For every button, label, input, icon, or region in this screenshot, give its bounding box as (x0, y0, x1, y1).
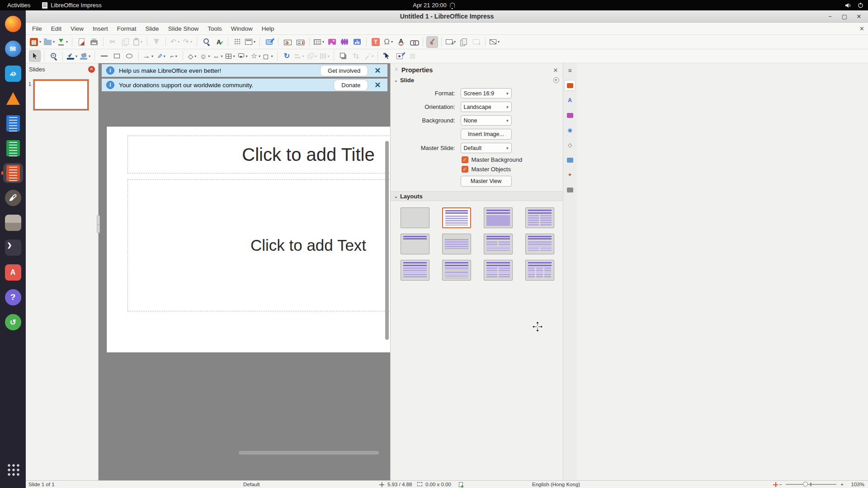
open-button[interactable]: ▾ (43, 36, 56, 48)
dock-item-firefox[interactable] (3, 14, 23, 34)
start-from-first-slide-button[interactable] (282, 36, 293, 48)
zoom-in-icon[interactable]: + (840, 482, 844, 487)
dock-item-gimp[interactable]: 🖌︎ (3, 188, 23, 208)
layout-title-content-alt[interactable] (484, 207, 513, 228)
insert-table-button[interactable]: ▾ (313, 36, 325, 48)
menu-tools[interactable]: Tools (203, 23, 226, 34)
dock-item-libreoffice-impress[interactable] (3, 163, 23, 183)
volume-icon[interactable] (845, 2, 851, 9)
sidebar-tab-styles[interactable]: A (564, 95, 576, 106)
connectors-button[interactable]: ⌐▾ (168, 50, 179, 62)
find-replace-button[interactable] (200, 36, 212, 48)
insert-textbox-button[interactable]: T (370, 36, 382, 48)
dock-item-vscode[interactable]: ⌮ (3, 64, 23, 84)
slide-layout-button[interactable]: ▾ (489, 36, 500, 48)
show-draw-functions-button[interactable] (426, 36, 438, 48)
spelling-button[interactable]: A✓ (213, 36, 225, 48)
menu-format[interactable]: Format (113, 23, 141, 34)
background-dropdown[interactable]: None▾ (461, 115, 512, 126)
layout-title-four-content[interactable] (484, 260, 513, 281)
dock-item-terminal[interactable]: ❯ (3, 238, 23, 258)
dock-item-software-updater[interactable]: ↺ (3, 312, 23, 332)
layout-title-three-rows[interactable] (442, 260, 471, 281)
basic-shapes-button[interactable]: ◇▾ (186, 50, 198, 62)
block-arrows-button[interactable]: ⇔▾ (212, 50, 223, 62)
menu-slide[interactable]: Slide (141, 23, 164, 34)
language-status[interactable]: English (Hong Kong) (532, 482, 580, 487)
menu-edit[interactable]: Edit (47, 23, 66, 34)
save-button[interactable]: ▾ (57, 36, 69, 48)
dock-item-libreoffice-writer[interactable] (3, 113, 23, 133)
horizontal-scrollbar[interactable] (239, 451, 379, 455)
notification-close-icon[interactable]: ✕ (374, 66, 381, 75)
callout-shapes-button[interactable]: ▾ (237, 50, 249, 62)
layouts-section-header[interactable]: ⌄ Layouts (391, 191, 563, 201)
format-dropdown[interactable]: Screen 16:9▾ (461, 88, 512, 99)
3d-objects-button[interactable]: ▾ (262, 50, 274, 62)
shadow-button[interactable] (337, 50, 349, 62)
minimize-icon[interactable]: − (826, 13, 834, 20)
new-slide-button[interactable]: ▾ (445, 36, 457, 48)
symbol-shapes-button[interactable]: ☺▾ (199, 50, 211, 62)
insert-comment-button[interactable] (263, 36, 275, 48)
zoom-slider-knob[interactable] (803, 482, 808, 487)
orientation-dropdown[interactable]: Landscape▾ (461, 102, 512, 112)
insert-media-button[interactable] (339, 36, 350, 48)
menu-slide-show[interactable]: Slide Show (164, 23, 203, 34)
zoom-percent[interactable]: 103% (851, 482, 864, 487)
zoom-out-icon[interactable]: − (779, 482, 782, 487)
zoom-slider[interactable] (786, 484, 836, 485)
fontwork-button[interactable]: A (395, 36, 407, 48)
donate-button[interactable]: Donate (334, 80, 368, 91)
flowchart-button[interactable]: ▾ (224, 50, 236, 62)
panel-splitter-handle[interactable]: ‹ (97, 215, 100, 233)
rectangle-button[interactable] (111, 50, 123, 62)
rotate-button[interactable]: ↻ (281, 50, 292, 62)
hyperlink-button[interactable] (408, 36, 420, 48)
notification-close-icon[interactable]: ✕ (374, 80, 381, 90)
master-slide-dropdown[interactable]: Default▾ (461, 143, 512, 153)
layout-title-only[interactable] (401, 234, 429, 254)
checkbox-master-background[interactable]: ✓ (462, 156, 468, 163)
insert-line-button[interactable] (98, 50, 110, 62)
sidebar-tab-sidebar-menu[interactable]: ≡ (564, 65, 576, 76)
focused-app-menu[interactable]: LibreOffice Impress (42, 2, 101, 9)
menu-help[interactable]: Help (257, 23, 279, 34)
dock-item-libreoffice-calc[interactable] (3, 138, 23, 158)
dock-item-help[interactable]: ? (3, 287, 23, 307)
insert-chart-button[interactable] (351, 36, 363, 48)
checkbox-master-objects[interactable]: ✓ (462, 166, 468, 173)
lines-and-arrows-button[interactable]: →▾ (142, 50, 154, 62)
fill-color-button[interactable]: ▾ (79, 50, 91, 62)
sidebar-tab-master-slides[interactable] (564, 184, 576, 195)
sidebar-tab-animation[interactable]: ✦ (564, 169, 576, 180)
menu-file[interactable]: File (28, 23, 47, 34)
layout-title-two-content[interactable] (525, 207, 554, 228)
vertical-scrollbar[interactable] (385, 141, 389, 340)
get-involved-button[interactable]: Get involved (320, 65, 368, 76)
close-document-icon[interactable]: ✕ (859, 25, 864, 32)
dock-item-thunderbird[interactable]: ✉ (3, 39, 23, 59)
stars-and-banners-button[interactable]: ☆▾ (250, 50, 261, 62)
master-slide-status[interactable]: Default (243, 482, 259, 487)
layout-title-content-over-content[interactable] (484, 234, 513, 254)
sidebar-tab-properties[interactable] (564, 80, 576, 91)
display-views-button[interactable]: ▾ (244, 36, 256, 48)
menu-window[interactable]: Window (226, 23, 257, 34)
menu-view[interactable]: View (66, 23, 88, 34)
start-from-current-slide-button[interactable] (294, 36, 306, 48)
duplicate-slide-button[interactable] (458, 36, 469, 48)
dock-item-ubuntu-software[interactable]: A (3, 263, 23, 282)
layout-blank[interactable] (401, 207, 429, 228)
sidebar-close-icon[interactable]: ✕ (553, 67, 558, 74)
titlebar[interactable]: Untitled 1 - LibreOffice Impress − ▢ ✕ (26, 10, 868, 23)
line-color-button[interactable]: ▾ (66, 50, 78, 62)
gluepoint-functions-button[interactable] (394, 50, 406, 62)
insert-image-button[interactable]: Insert Image... (461, 129, 512, 140)
layout-title-content[interactable] (442, 207, 471, 228)
dock-item-show-applications[interactable] (3, 460, 23, 479)
menu-insert[interactable]: Insert (88, 23, 113, 34)
special-character-button[interactable]: Ω▾ (382, 36, 394, 48)
dock-item-files[interactable] (3, 213, 23, 233)
master-view-button[interactable]: Master View (461, 176, 512, 187)
